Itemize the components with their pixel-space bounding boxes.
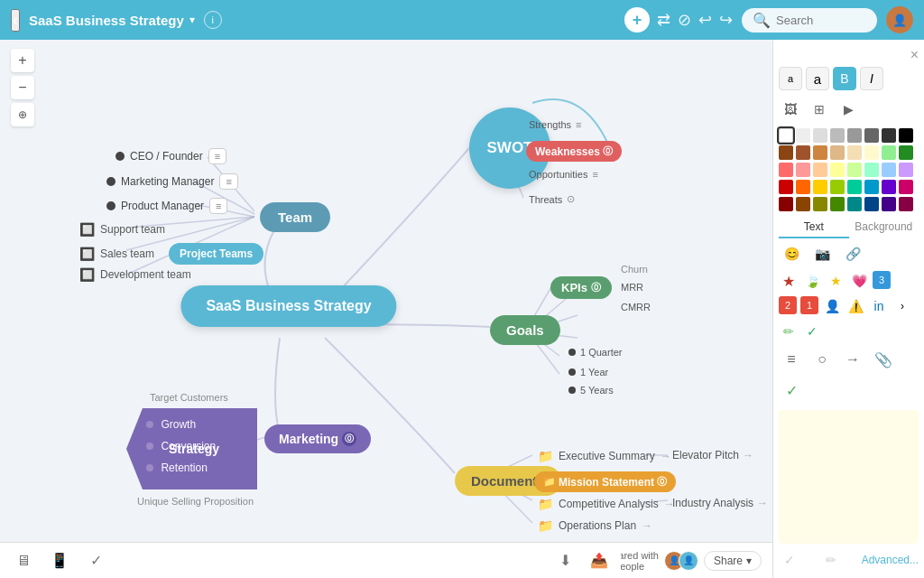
- color-swatch-38[interactable]: [882, 197, 896, 211]
- search-input[interactable]: [776, 14, 866, 27]
- background-tab[interactable]: Background: [849, 217, 919, 238]
- circle-icon[interactable]: ○: [809, 347, 835, 372]
- color-swatch-15[interactable]: [899, 145, 913, 160]
- back-button[interactable]: ‹: [11, 9, 20, 32]
- mrr-node[interactable]: MRR: [621, 282, 643, 293]
- share-connections-icon[interactable]: ⇄: [657, 10, 670, 30]
- font-larger-btn[interactable]: a: [806, 67, 829, 90]
- person-ceo[interactable]: CEO / Founder ≡: [116, 148, 226, 164]
- export-icon[interactable]: 📤: [587, 548, 612, 573]
- strategy-node[interactable]: Strategy Growth Conversion Retention: [126, 408, 257, 489]
- check-icon[interactable]: ✓: [779, 378, 804, 403]
- sticker-star-red[interactable]: ★: [779, 271, 799, 291]
- project-teams-node[interactable]: Project Teams: [169, 243, 263, 265]
- screen-share-icon[interactable]: 📱: [47, 548, 72, 573]
- panel-close-button[interactable]: ×: [910, 47, 919, 63]
- exec-summary-item[interactable]: 📁 Executive Summary →: [538, 449, 671, 463]
- image-icon[interactable]: 🖼: [779, 98, 802, 121]
- person-marketing[interactable]: Marketing Manager ≡: [106, 173, 238, 190]
- advanced-link[interactable]: Advanced...: [862, 554, 919, 566]
- color-swatch-37[interactable]: [864, 197, 879, 211]
- checkmark-footer-icon[interactable]: ✓: [779, 549, 800, 571]
- photo-icon[interactable]: 📷: [809, 244, 835, 264]
- color-swatch-31[interactable]: [899, 180, 913, 194]
- color-swatch-8[interactable]: [779, 145, 793, 160]
- cmrr-node[interactable]: CMRR: [621, 302, 651, 312]
- year5-node[interactable]: 5 Years: [568, 385, 614, 396]
- pencil-icon[interactable]: ✏: [779, 322, 799, 341]
- support-team-item[interactable]: 🔲 Support team: [79, 222, 165, 237]
- color-swatch-17[interactable]: [796, 163, 810, 177]
- central-node[interactable]: SaaS Business Strategy: [180, 285, 396, 327]
- sticker-badge-2[interactable]: 2: [779, 296, 797, 314]
- text-tab[interactable]: Text: [779, 217, 849, 238]
- team-node[interactable]: Team: [260, 202, 330, 232]
- arrow-right-icon[interactable]: →: [840, 347, 865, 372]
- color-swatch-33[interactable]: [796, 197, 810, 211]
- industry-analysis-item[interactable]: Industry Analysis →: [672, 497, 768, 509]
- swot-strengths[interactable]: Strengths ≡: [529, 119, 582, 130]
- block-icon[interactable]: ⊘: [678, 10, 691, 30]
- color-swatch-5[interactable]: [864, 128, 879, 143]
- video-icon[interactable]: ▶: [836, 98, 860, 121]
- grid-icon[interactable]: ⊞: [808, 98, 831, 121]
- color-swatch-25[interactable]: [796, 180, 810, 194]
- user-avatar[interactable]: 👤: [886, 6, 913, 33]
- add-button[interactable]: +: [624, 7, 650, 33]
- smiley-icon[interactable]: 😊: [779, 244, 804, 264]
- shared-avatar-2[interactable]: 👤: [679, 551, 698, 571]
- undo-button[interactable]: ↩: [698, 10, 712, 30]
- sticker-heart[interactable]: 💗: [849, 271, 869, 291]
- dev-team-item[interactable]: 🔲 Development team: [79, 267, 191, 282]
- color-swatch-28[interactable]: [847, 180, 862, 194]
- monitor-icon[interactable]: 🖥: [11, 548, 36, 573]
- color-swatch-24[interactable]: [779, 180, 793, 194]
- title-chevron-icon[interactable]: ▾: [189, 14, 195, 26]
- color-swatch-35[interactable]: [830, 197, 845, 211]
- sticker-more[interactable]: ›: [892, 296, 912, 316]
- color-swatch-19[interactable]: [830, 163, 845, 177]
- marketing-node[interactable]: Marketing ⓪: [264, 424, 371, 453]
- list-icon[interactable]: ≡: [779, 347, 804, 372]
- color-swatch-32[interactable]: [779, 197, 793, 211]
- checkmark-green-icon[interactable]: ✓: [802, 322, 822, 341]
- elevator-pitch-item[interactable]: Elevator Pitch →: [672, 449, 753, 461]
- color-swatch-1[interactable]: [796, 128, 810, 143]
- color-swatch-26[interactable]: [813, 180, 827, 194]
- link-icon[interactable]: 🔗: [840, 244, 865, 264]
- kpi-node[interactable]: KPIs ⓪: [550, 276, 612, 299]
- color-swatch-13[interactable]: [864, 145, 879, 160]
- quarter-node[interactable]: 1 Quarter: [568, 347, 622, 358]
- color-swatch-12[interactable]: [847, 145, 862, 160]
- color-swatch-34[interactable]: [813, 197, 827, 211]
- color-swatch-21[interactable]: [864, 163, 879, 177]
- zoom-in-button[interactable]: +: [11, 49, 34, 72]
- sticker-person[interactable]: 👤: [822, 296, 842, 316]
- sticker-linkedin[interactable]: in: [869, 296, 889, 316]
- swot-threats[interactable]: Threats ⊙: [529, 193, 575, 205]
- sticker-warning[interactable]: ⚠️: [845, 296, 865, 316]
- sticker-star-yellow[interactable]: ★: [826, 271, 845, 291]
- color-swatch-6[interactable]: [882, 128, 896, 143]
- zoom-fit-button[interactable]: ⊕: [11, 103, 34, 126]
- font-bold-btn[interactable]: B: [833, 67, 856, 90]
- color-swatch-10[interactable]: [813, 145, 827, 160]
- color-swatch-11[interactable]: [830, 145, 845, 160]
- info-button[interactable]: i: [204, 11, 222, 29]
- person-product[interactable]: Product Manager ≡: [106, 198, 227, 214]
- checkmark-icon[interactable]: ✓: [83, 548, 108, 573]
- color-swatch-7[interactable]: [899, 128, 913, 143]
- color-swatch-30[interactable]: [882, 180, 896, 194]
- color-swatch-36[interactable]: [847, 197, 862, 211]
- color-swatch-18[interactable]: [813, 163, 827, 177]
- weaknesses-node[interactable]: Weaknesses ⓪: [526, 141, 622, 162]
- color-swatch-39[interactable]: [899, 197, 913, 211]
- color-swatch-3[interactable]: [830, 128, 845, 143]
- color-swatch-16[interactable]: [779, 163, 793, 177]
- sticker-badge-blue[interactable]: 3: [873, 271, 891, 289]
- sales-team-item[interactable]: 🔲 Sales team Project Teams: [79, 243, 254, 265]
- competitive-analysis-item[interactable]: 📁 Competitive Analysis →: [538, 497, 675, 511]
- year1-node[interactable]: 1 Year: [568, 367, 608, 378]
- clip-icon[interactable]: 📎: [871, 347, 896, 372]
- goals-node[interactable]: Goals: [490, 315, 560, 345]
